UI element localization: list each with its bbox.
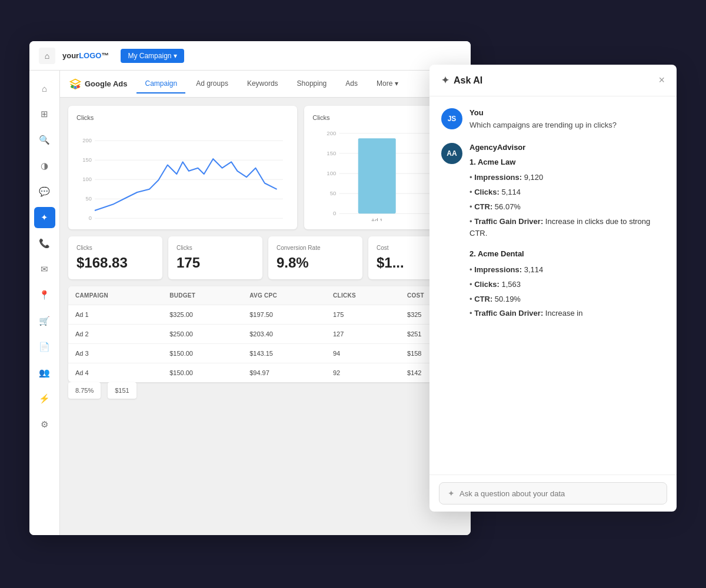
td-avg_cpc: $197.50 — [242, 305, 326, 325]
svg-text:100: 100 — [82, 176, 91, 182]
line-chart-card: Clicks 200 — [68, 106, 297, 229]
google-ads-logo: Google Ads — [69, 78, 127, 90]
svg-text:200: 200 — [327, 130, 337, 136]
svg-text:Ad 1: Ad 1 — [371, 217, 383, 221]
sidebar-icon-grid[interactable]: ⊞ — [34, 103, 55, 125]
ai-bullet: Clicks: 5,114 — [469, 185, 665, 200]
user-avatar: JS — [441, 108, 462, 129]
metrics-row: Clicks $168.83 Clicks 175 Conversion Rat… — [68, 236, 462, 279]
chat-input-area: ✦ — [429, 475, 677, 512]
topbar: ⌂ yourLOGO™ My Campaign ▾ — [29, 41, 471, 71]
ai-item1-list: Impressions: 9,120Clicks: 5,114CTR: 56.0… — [469, 171, 665, 241]
td-campaign: Ad 1 — [68, 305, 162, 325]
td-clicks: 92 — [326, 363, 400, 383]
metric-value-1: 175 — [176, 255, 254, 271]
metric-label-2: Conversion Rate — [277, 245, 354, 251]
svg-text:0: 0 — [89, 215, 92, 221]
line-chart-svg: 200 150 100 50 0 — [76, 127, 289, 221]
home-icon[interactable]: ⌂ — [39, 48, 55, 64]
td-clicks: 175 — [326, 305, 400, 325]
ai-item2-list: Impressions: 3,114Clicks: 1,563CTR: 50.1… — [469, 263, 665, 321]
sidebar-icon-cart[interactable]: 🛒 — [34, 310, 55, 332]
ai-message-content: AgencyAdvisor 1. Acme Law Impressions: 9… — [469, 143, 665, 322]
extra-card-0: 8.75% — [68, 382, 101, 399]
th-avg-cpc: AVG CPC — [242, 286, 326, 305]
table-header-row: CAMPAIGN BUDGET AVG CPC CLICKS COST — [68, 286, 462, 305]
svg-text:150: 150 — [82, 157, 91, 163]
td-avg_cpc: $143.15 — [242, 344, 326, 363]
close-button[interactable]: × — [658, 74, 665, 86]
td-campaign: Ad 4 — [68, 363, 162, 383]
tab-more[interactable]: More ▾ — [368, 75, 407, 93]
sidebar-icon-tool[interactable]: ⚡ — [34, 388, 55, 409]
extra-card-1: $151 — [108, 382, 136, 399]
sidebar-icon-ai[interactable]: ✦ — [34, 207, 55, 228]
google-ads-label: Google Ads — [85, 79, 127, 88]
metric-card-0: Clicks $168.83 — [68, 236, 162, 279]
line-chart-area: 200 150 100 50 0 — [76, 127, 289, 221]
svg-text:50: 50 — [330, 190, 337, 196]
svg-text:0: 0 — [333, 210, 336, 216]
metric-card-2: Conversion Rate 9.8% — [268, 236, 362, 279]
svg-rect-23 — [358, 138, 396, 213]
metric-card-1: Clicks 175 — [168, 236, 262, 279]
svg-point-2 — [74, 86, 77, 89]
ai-message: AA AgencyAdvisor 1. Acme Law Impressions… — [441, 143, 665, 322]
campaign-button-label: My Campaign — [128, 52, 171, 60]
ai-title: ✦ Ask AI — [441, 75, 482, 86]
svg-text:50: 50 — [85, 196, 91, 202]
ai-item2-title: 2. Acme Dental — [469, 248, 665, 260]
td-budget: $250.00 — [162, 325, 242, 344]
td-avg_cpc: $94.97 — [242, 363, 326, 383]
campaign-button[interactable]: My Campaign ▾ — [121, 49, 184, 63]
sidebar-icon-chart[interactable]: ◑ — [34, 155, 55, 176]
ai-bullet: Traffic Gain Driver: Increase in clicks … — [469, 215, 665, 242]
charts-row: Clicks 200 — [68, 106, 462, 229]
sidebar-icon-mail[interactable]: ✉ — [34, 259, 55, 280]
table-row: Ad 2$250.00$203.40127$251 — [68, 325, 462, 344]
ai-bullet: Impressions: 9,120 — [469, 171, 665, 185]
google-ads-icon — [69, 78, 81, 90]
tab-adgroups[interactable]: Ad groups — [188, 75, 237, 93]
extra-row: 8.75% $151 — [68, 382, 462, 399]
svg-text:100: 100 — [327, 170, 337, 176]
tab-ads[interactable]: Ads — [337, 75, 366, 93]
table-row: Ad 3$150.00$143.1594$158 — [68, 344, 462, 363]
ai-item1-title: 1. Acme Law — [469, 156, 665, 169]
tab-shopping[interactable]: Shopping — [289, 75, 335, 93]
metric-value-2: 9.8% — [277, 255, 354, 271]
td-budget: $150.00 — [162, 344, 242, 363]
ai-title-text: Ask AI — [454, 75, 482, 86]
sidebar-icon-search[interactable]: 🔍 — [34, 129, 55, 151]
ai-response-body: 1. Acme Law Impressions: 9,120Clicks: 5,… — [469, 156, 665, 322]
logo: yourLOGO™ — [62, 51, 109, 60]
sidebar-icon-users[interactable]: 👥 — [34, 362, 55, 383]
main-content: Google Ads Campaign Ad groups Keywords S… — [60, 71, 471, 535]
sidebar-icon-phone[interactable]: 📞 — [34, 233, 55, 254]
svg-point-1 — [77, 85, 80, 88]
ai-header: ✦ Ask AI × — [429, 65, 677, 96]
dropdown-icon: ▾ — [174, 52, 177, 60]
user-message-content: You Which campaigns are trending up in c… — [469, 108, 665, 131]
chat-input-wrapper[interactable]: ✦ — [439, 482, 667, 505]
metric-value-0: $168.83 — [76, 255, 154, 271]
user-message-text: Which campaigns are trending up in click… — [469, 119, 665, 131]
ai-bullet: Traffic Gain Driver: Increase in — [469, 306, 665, 321]
dashboard-window: ⌂ yourLOGO™ My Campaign ▾ ⌂ ⊞ 🔍 ◑ 💬 ✦ 📞 … — [29, 41, 471, 535]
table-row: Ad 4$150.00$94.9792$142 — [68, 363, 462, 383]
ai-avatar: AA — [441, 143, 462, 164]
sidebar-icon-location[interactable]: 📍 — [34, 285, 55, 306]
td-budget: $325.00 — [162, 305, 242, 325]
tab-campaign[interactable]: Campaign — [136, 75, 185, 93]
sidebar-icon-settings[interactable]: ⚙ — [34, 414, 55, 435]
ai-bullet: Impressions: 3,114 — [469, 263, 665, 278]
sidebar-icon-file[interactable]: 📄 — [34, 336, 55, 358]
ai-sender: AgencyAdvisor — [469, 143, 665, 152]
ai-bullet: Clicks: 1,563 — [469, 278, 665, 292]
tab-keywords[interactable]: Keywords — [239, 75, 287, 93]
sidebar-icon-chat[interactable]: 💬 — [34, 181, 55, 202]
data-table: CAMPAIGN BUDGET AVG CPC CLICKS COST Ad 1… — [68, 286, 462, 382]
chat-input[interactable] — [459, 489, 658, 498]
sidebar-icon-home[interactable]: ⌂ — [34, 78, 55, 99]
th-campaign: CAMPAIGN — [68, 286, 162, 305]
